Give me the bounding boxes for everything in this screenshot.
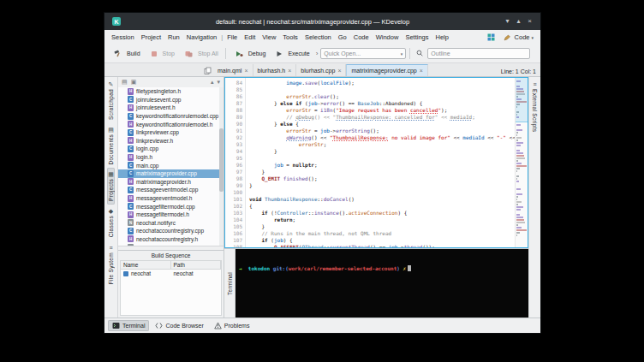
statusbar-terminal-button[interactable]: Terminal <box>108 320 149 331</box>
tree-item-keywordnotificationrulemodel-h[interactable]: Hkeywordnotificationrulemodel.h <box>118 120 224 128</box>
menu-navigation[interactable]: Navigation <box>183 33 220 42</box>
tree-item-matriximageprovider-h[interactable]: Hmatriximageprovider.h <box>118 178 224 187</box>
stop-button[interactable]: Stop <box>145 49 178 59</box>
build-button[interactable]: Build <box>108 48 144 59</box>
cell-name-text: neochat <box>131 270 151 276</box>
menu-session[interactable]: Session <box>108 33 138 42</box>
close-icon[interactable]: × <box>244 68 247 74</box>
menu-window[interactable]: Window <box>373 33 402 42</box>
tree-item-neochatconfig-kcfg[interactable]: Kneochatconfig.kcfg <box>118 243 224 246</box>
tree-item-main-cpp[interactable]: Cmain.cpp <box>118 161 224 169</box>
terminal-sp <box>242 265 248 271</box>
tree-item-filetypesingleton-h[interactable]: Hfiletypesingleton.h <box>118 87 224 96</box>
menu-edit[interactable]: Edit <box>241 33 259 42</box>
tree-item-login-cpp[interactable]: Clogin.cpp <box>118 145 224 153</box>
menu-tools[interactable]: Tools <box>279 33 301 42</box>
debug-button[interactable]: Debug <box>230 49 270 59</box>
tree-item-linkpreviewer-h[interactable]: Hlinkpreviewer.h <box>118 137 224 145</box>
area-switcher-button[interactable]: Code ▾ <box>498 33 537 42</box>
tree-item-matriximageprovider-cpp[interactable]: Cmatriximageprovider.cpp <box>118 169 224 178</box>
tree-item-linkpreviewer-cpp[interactable]: Clinkpreviewer.cpp <box>118 128 224 137</box>
tree-item-messageeventmodel-cpp[interactable]: Cmessageeventmodel.cpp <box>118 186 224 194</box>
menu-file[interactable]: File <box>224 33 241 42</box>
session-grid-icon[interactable] <box>485 33 498 41</box>
menu-run[interactable]: Run <box>164 33 183 42</box>
document-switcher-icon[interactable] <box>202 67 213 76</box>
code-line: } else { <box>249 121 515 128</box>
tree-item-messagefiltermodel-cpp[interactable]: Cmessagefiltermodel.cpp <box>118 202 224 211</box>
code-line: if (job) { <box>249 237 515 244</box>
maximize-button[interactable]: ▴ <box>513 17 524 26</box>
tab-matriximageprovider-cpp[interactable]: matriximageprovider.cpp× <box>346 64 427 76</box>
tab-main-qml[interactable]: main.qml× <box>213 64 253 76</box>
window-title: default: neochat | neochat:src/matrixima… <box>123 18 502 26</box>
statusbar-code-browser-button[interactable]: Code Browser <box>151 320 207 331</box>
tree-scrollbar[interactable] <box>219 87 224 246</box>
outline-input[interactable]: Outline <box>427 48 530 59</box>
tree-item-label: joinrulesevent.cpp <box>136 97 181 103</box>
dock-tab-external-scripts[interactable]: ≡External Scripts <box>531 78 539 135</box>
terminal-view[interactable]: → tokodon git:(work/carl/remember-select… <box>236 249 528 317</box>
line-number: 103 <box>225 210 242 217</box>
menu-help[interactable]: Help <box>432 33 451 42</box>
scrollbar-thumb[interactable] <box>219 128 224 192</box>
minimap-line <box>516 139 518 141</box>
tab-blurhash-h[interactable]: blurhash.h× <box>253 64 297 76</box>
tree-item-login-h[interactable]: Hlogin.h <box>118 153 224 162</box>
tree-item-joinrulesevent-h[interactable]: Hjoinrulesevent.h <box>118 104 224 112</box>
menu-code[interactable]: Code <box>350 33 373 42</box>
toolbar-overflow-chevron[interactable]: › <box>314 50 320 57</box>
minimize-button[interactable]: ▾ <box>502 17 513 26</box>
menu-go[interactable]: Go <box>335 33 350 42</box>
expand-all-icon[interactable]: ▾ <box>217 79 220 86</box>
line-number: 104 <box>225 217 242 223</box>
dock-tab-scratchpad[interactable]: ✎Scratchpad <box>107 78 115 123</box>
tree-item-neochataccountregistry-h[interactable]: Hneochataccountregistry.h <box>118 235 224 244</box>
line-number-gutter[interactable]: 8485868788899091929394959697989910010110… <box>225 78 246 247</box>
stop-all-button[interactable]: Stop All <box>179 49 222 59</box>
dock-tab-classes[interactable]: ◆Classes <box>107 205 115 240</box>
menu-settings[interactable]: Settings <box>402 33 432 42</box>
code-line: void ThumbnailResponse::doCancel() <box>249 196 515 203</box>
code-view[interactable]: image.save(localFile); errorStr.clear();… <box>246 78 515 247</box>
terminal-tab-strip[interactable]: Terminal <box>224 249 236 317</box>
execute-button-label: Execute <box>288 50 309 56</box>
table-row[interactable]: neochatneochat <box>121 270 221 277</box>
tree-item-label: messageeventmodel.h <box>136 195 192 201</box>
minimap-scrollbar[interactable] <box>515 78 528 247</box>
project-file-tree[interactable]: Hfiletypesingleton.hCjoinrulesevent.cppH… <box>118 87 224 246</box>
dock-tab-projects[interactable]: ▦Projects <box>107 168 115 205</box>
collapse-all-icon[interactable]: ▴ <box>211 79 214 86</box>
close-icon[interactable]: × <box>337 68 341 74</box>
dock-tab-file-system[interactable]: ≡File System <box>107 241 115 288</box>
menu-selection[interactable]: Selection <box>301 33 335 42</box>
statusbar: TerminalCode BrowserProblems <box>104 317 540 333</box>
minimap-viewport <box>516 78 528 122</box>
tree-item-neochataccountregistry-cpp[interactable]: Cneochataccountregistry.cpp <box>118 227 224 235</box>
close-icon[interactable]: × <box>420 68 423 74</box>
toolbar: Build Stop Stop All Debug <box>104 45 540 63</box>
titlebar[interactable]: K default: neochat | neochat:src/matrixi… <box>104 13 540 30</box>
statusbar-problems-button[interactable]: Problems <box>210 320 254 331</box>
tree-item-messageeventmodel-h[interactable]: Hmessageeventmodel.h <box>118 194 224 203</box>
tree-item-neochat-notifyrc[interactable]: Nneochat.notifyrc <box>118 219 224 228</box>
cell-path: neochat <box>171 270 222 277</box>
show-targets-icon[interactable]: ▣ <box>131 79 137 86</box>
quick-open-input[interactable]: Quick Open... ▾ <box>320 48 406 59</box>
dock-tab-documents[interactable]: ▤Documents <box>107 123 115 169</box>
code-line: errorStr = job->errorString(); <box>249 128 515 134</box>
execute-button[interactable]: Execute <box>270 49 313 59</box>
minimap-line <box>516 124 521 126</box>
tab-blurhash-cpp[interactable]: blurhash.cpp× <box>296 64 346 76</box>
menu-project[interactable]: Project <box>138 33 164 42</box>
close-icon[interactable]: × <box>288 68 291 74</box>
locate-document-icon[interactable]: ▤ <box>122 79 128 86</box>
menu-view[interactable]: View <box>259 33 279 42</box>
close-button[interactable]: × <box>524 17 535 26</box>
problems-icon <box>214 322 222 329</box>
line-number: 98 <box>225 175 242 182</box>
tree-item-keywordnotificationrulemodel-cpp[interactable]: Ckeywordnotificationrulemodel.cpp <box>118 112 224 121</box>
tree-item-messagefiltermodel-h[interactable]: Hmessagefiltermodel.h <box>118 211 224 219</box>
tree-item-joinrulesevent-cpp[interactable]: Cjoinrulesevent.cpp <box>118 96 224 104</box>
cpp-file-icon: C <box>128 129 134 136</box>
